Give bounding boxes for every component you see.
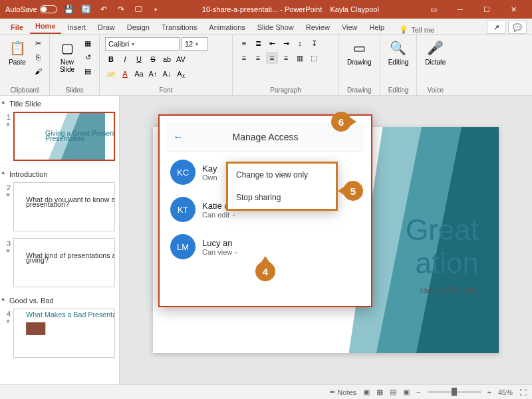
permission-dropdown[interactable]: Can edit⌄ xyxy=(202,211,245,219)
font-name-combo[interactable]: Calibri▾ xyxy=(105,37,180,51)
zoom-level[interactable]: 45% xyxy=(498,388,513,396)
notes-button[interactable]: ≐ Notes xyxy=(329,388,356,396)
zoom-out-button[interactable]: − xyxy=(416,388,420,396)
slide-thumb-1[interactable]: Giving a Great PresentationPresentation xyxy=(13,112,115,161)
minimize-icon[interactable]: ─ xyxy=(447,0,473,19)
tab-design[interactable]: Design xyxy=(122,21,155,34)
reading-view-icon[interactable]: ▤ xyxy=(390,388,396,396)
section-header[interactable]: Good vs. Bad xyxy=(0,293,119,307)
tab-transitions[interactable]: Transitions xyxy=(156,21,202,34)
justify-button[interactable]: ≡ xyxy=(280,52,292,64)
dictate-button[interactable]: 🎤Dictate xyxy=(422,37,448,67)
increase-font-button[interactable]: A↑ xyxy=(147,68,159,80)
italic-button[interactable]: I xyxy=(119,53,131,65)
ribbon-options-icon[interactable]: ▭ xyxy=(420,0,447,19)
maximize-icon[interactable]: ☐ xyxy=(473,0,500,19)
slideshow-view-icon[interactable]: ▣ xyxy=(403,388,410,396)
slide-thumbnail-panel[interactable]: Title Slide 1★ Giving a Great Presentati… xyxy=(0,96,120,384)
share-button[interactable]: ↗ xyxy=(487,21,505,34)
format-painter-button[interactable]: 🖌 xyxy=(32,65,44,77)
save-icon[interactable]: 💾 xyxy=(64,4,74,15)
bold-button[interactable]: B xyxy=(105,53,117,65)
slide-thumb-2[interactable]: What do you want to know after today'spr… xyxy=(13,182,115,231)
slide-tagline: ractive Training xyxy=(406,285,479,295)
cut-button[interactable]: ✂ xyxy=(32,37,44,49)
align-center-button[interactable]: ≡ xyxy=(252,52,264,64)
back-icon[interactable]: ← xyxy=(173,131,184,143)
tab-file[interactable]: File xyxy=(5,21,29,34)
chevron-down-icon: ⌄ xyxy=(234,249,239,255)
avatar: KC xyxy=(170,160,196,185)
svg-text:giving?: giving? xyxy=(26,256,49,264)
indent-inc-button[interactable]: ⇥ xyxy=(280,37,292,49)
spacing-button[interactable]: AV xyxy=(175,53,187,65)
redo-icon[interactable]: ↷ xyxy=(116,4,126,15)
svg-rect-9 xyxy=(26,322,45,334)
text-direction-button[interactable]: ↧ xyxy=(308,37,320,49)
line-spacing-button[interactable]: ↕ xyxy=(294,37,306,49)
permission-dropdown[interactable]: Can view⌄ xyxy=(202,248,239,256)
titlebar: AutoSave 💾 🔄 ↶ ↷ 🖵 ▾ 10-share-a-presenta… xyxy=(0,0,532,19)
section-button[interactable]: ▤ xyxy=(82,65,94,77)
tab-animations[interactable]: Animations xyxy=(203,21,250,34)
callout-badge-4: 4 xyxy=(255,261,275,281)
group-editing: 🔍Editing Editing xyxy=(380,35,418,95)
indent-dec-button[interactable]: ⇤ xyxy=(266,37,278,49)
menu-change-view-only[interactable]: Change to view only xyxy=(228,164,336,186)
close-icon[interactable]: ✕ xyxy=(500,0,527,19)
comments-button[interactable]: 💬 xyxy=(508,21,527,34)
shadow-button[interactable]: ab xyxy=(161,53,173,65)
tab-help[interactable]: Help xyxy=(364,21,390,34)
svg-text:Presentation: Presentation xyxy=(45,135,84,142)
align-right-button[interactable]: ≡ xyxy=(266,52,278,64)
section-header[interactable]: Title Slide xyxy=(0,96,119,110)
smartart-button[interactable]: ⬚ xyxy=(308,52,320,64)
avatar: KT xyxy=(170,197,196,222)
ribbon: 📋Paste ✂ ⎘ 🖌 Clipboard ▢New Slide ▦ ↺ ▤ … xyxy=(0,35,532,96)
tab-view[interactable]: View xyxy=(336,21,363,34)
group-drawing: ▭Drawing Drawing xyxy=(339,35,380,95)
drawing-button[interactable]: ▭Drawing xyxy=(344,37,374,67)
reset-button[interactable]: ↺ xyxy=(82,51,94,63)
clear-format-button[interactable]: Aᵪ xyxy=(175,68,187,80)
autosave-toggle[interactable]: AutoSave xyxy=(5,5,57,13)
numbering-button[interactable]: ≣ xyxy=(252,37,264,49)
permission-dropdown[interactable]: Own xyxy=(202,174,217,182)
tell-me-search[interactable]: 💡 Tell me xyxy=(391,25,485,34)
paste-button[interactable]: 📋Paste xyxy=(5,37,29,67)
font-color-button[interactable]: A xyxy=(119,68,131,80)
tab-draw[interactable]: Draw xyxy=(92,21,120,34)
qat-dropdown-icon[interactable]: ▾ xyxy=(150,4,161,15)
fit-to-window-icon[interactable]: ⛶ xyxy=(519,388,527,396)
decrease-font-button[interactable]: A↓ xyxy=(161,68,173,80)
menu-stop-sharing[interactable]: Stop sharing xyxy=(228,186,336,209)
strike-button[interactable]: S xyxy=(147,53,159,65)
editing-button[interactable]: 🔍Editing xyxy=(386,37,412,67)
columns-button[interactable]: ▥ xyxy=(294,52,306,64)
tab-slideshow[interactable]: Slide Show xyxy=(252,21,299,34)
slide-thumb-4[interactable]: What Makes a Bad Presentation? xyxy=(13,309,115,358)
copy-button[interactable]: ⎘ xyxy=(32,51,44,63)
highlight-button[interactable]: ab xyxy=(105,68,117,80)
new-slide-button[interactable]: ▢New Slide xyxy=(55,37,79,74)
ribbon-tabs: File Home Insert Draw Design Transitions… xyxy=(0,19,532,35)
group-font: Calibri▾ 12▾ B I U S ab AV ab A Aa A↑ A↓… xyxy=(100,35,233,95)
sync-icon[interactable]: 🔄 xyxy=(81,4,92,15)
layout-button[interactable]: ▦ xyxy=(82,37,94,49)
sorter-view-icon[interactable]: ▦ xyxy=(376,388,383,396)
tab-insert[interactable]: Insert xyxy=(63,21,92,34)
bullets-button[interactable]: ≡ xyxy=(238,37,250,49)
normal-view-icon[interactable]: ▣ xyxy=(363,388,370,396)
slide-thumb-3[interactable]: What kind of presentations are yougiving… xyxy=(13,238,115,287)
tab-home[interactable]: Home xyxy=(30,19,61,34)
font-size-combo[interactable]: 12▾ xyxy=(182,37,208,51)
align-left-button[interactable]: ≡ xyxy=(238,52,250,64)
change-case-button[interactable]: Aa xyxy=(133,68,145,80)
zoom-in-button[interactable]: + xyxy=(487,388,491,396)
zoom-slider[interactable] xyxy=(428,391,481,393)
undo-icon[interactable]: ↶ xyxy=(98,4,109,15)
section-header[interactable]: Introduction xyxy=(0,166,119,181)
tab-review[interactable]: Review xyxy=(301,21,335,34)
underline-button[interactable]: U xyxy=(133,53,145,65)
startover-icon[interactable]: 🖵 xyxy=(133,4,144,15)
